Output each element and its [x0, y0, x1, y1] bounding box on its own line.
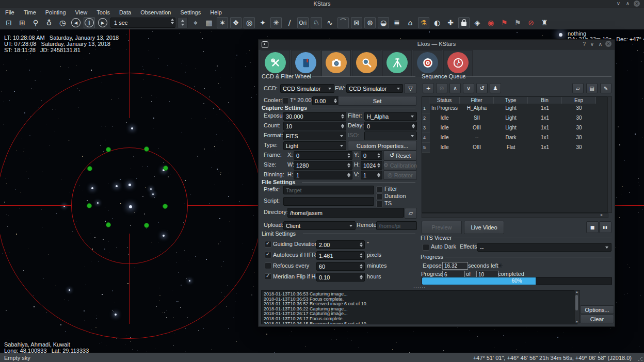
effects-select[interactable]: -- — [477, 243, 611, 252]
tab-mount[interactable] — [382, 50, 412, 77]
cell-filter[interactable]: H_Alpha — [460, 105, 494, 111]
menu-help[interactable]: Help — [210, 9, 222, 15]
frame-x-input[interactable]: 0 — [294, 151, 352, 160]
sequence-vscrollbar[interactable] — [607, 96, 612, 213]
toggle-constellation-art-icon[interactable]: ♘ — [311, 17, 322, 28]
main-titlebar[interactable]: KStars ∨ ∧ ✕ — [0, 0, 644, 8]
limit-checkbox-2[interactable] — [265, 262, 271, 269]
fw-select[interactable]: CCD Simulator — [346, 84, 403, 93]
live-video-button[interactable]: Live Video — [464, 221, 504, 234]
sky-highlights-icon[interactable]: ⚗ — [418, 17, 429, 28]
flags-list-icon[interactable]: ⚑ — [512, 17, 523, 28]
open-sequence-button[interactable]: ▱ — [572, 83, 584, 93]
ccd-select[interactable]: CCD Simulator — [280, 84, 334, 93]
find-object-icon[interactable]: ⚲ — [30, 17, 41, 28]
cell-exp[interactable]: 30 — [562, 125, 596, 130]
cell-status[interactable]: Idle — [429, 125, 460, 130]
dso-marker[interactable] — [106, 147, 111, 152]
ekos-log[interactable]: 2018-01-13T10:36:53 Capturing image...20… — [261, 290, 577, 324]
cell-bin[interactable]: 1x1 — [528, 144, 562, 150]
dso-marker[interactable] — [144, 223, 149, 228]
limit-value-3[interactable]: 0.10 — [316, 273, 365, 282]
resize-grip[interactable] — [638, 356, 643, 361]
cell-filter[interactable]: OIII — [460, 125, 494, 130]
time-step-stepper[interactable] — [178, 17, 188, 28]
pause-simulation-icon[interactable]: ‖ — [84, 17, 95, 28]
dso-marker[interactable] — [87, 166, 92, 171]
toggle-constellation-names-icon[interactable]: Ori — [297, 17, 309, 28]
bin-v-input[interactable]: 1 — [361, 171, 382, 179]
upload-select[interactable]: Client — [283, 221, 356, 230]
limit-value-0[interactable]: 2.00 — [316, 240, 365, 249]
move-job-down-button[interactable]: ∨ — [463, 83, 474, 93]
cell-status[interactable]: Idle — [429, 135, 460, 140]
cell-type[interactable]: Dark — [494, 135, 528, 140]
supernova-alerts-icon[interactable]: ⊘ — [525, 17, 537, 28]
toggle-horizontal-grid-icon[interactable]: ⊕ — [364, 17, 376, 28]
cell-filter[interactable]: -- — [460, 135, 494, 140]
size-h-input[interactable]: 1024 — [361, 161, 382, 170]
time-step-input[interactable]: 1 sec — [110, 18, 175, 28]
set-temperature-button[interactable]: Set — [338, 96, 416, 106]
menu-observation[interactable]: Observation — [140, 9, 171, 15]
dso-marker[interactable] — [87, 203, 92, 208]
focus-object-icon[interactable]: ⌖ — [190, 17, 201, 28]
menu-file[interactable]: File — [5, 9, 14, 15]
auto-dark-checkbox[interactable] — [423, 244, 429, 251]
filter-select[interactable]: H_Alpha — [364, 112, 417, 121]
moon-phase-icon[interactable]: ◐ — [431, 17, 443, 28]
setup-wizard-icon[interactable]: ◈ — [472, 17, 483, 28]
cell-exp[interactable]: 30 — [562, 144, 596, 150]
limit-checkbox-1[interactable] — [265, 252, 271, 258]
cell-type[interactable]: Light — [494, 125, 528, 130]
prefix-filter-checkbox[interactable] — [376, 186, 383, 193]
frame-y-input[interactable]: 0 — [361, 151, 382, 160]
pause-capture-button[interactable]: ▮▮ — [599, 221, 611, 233]
menu-view[interactable]: View — [75, 9, 88, 15]
cell-type[interactable]: Light — [494, 115, 528, 121]
toggle-supernovae-icon[interactable]: ✦ — [257, 17, 268, 28]
limit-checkbox-3[interactable] — [265, 273, 271, 280]
splitter-handle[interactable]: ······ — [413, 285, 426, 290]
cooler-checkbox[interactable] — [282, 97, 289, 104]
cell-bin[interactable]: 1x1 — [528, 105, 562, 111]
reset-frame-button[interactable]: ↺Reset — [383, 151, 417, 160]
ekos-close-icon[interactable]: ✕ — [605, 41, 611, 47]
column-header-exp[interactable]: Exp — [562, 97, 596, 104]
telescope-crosshair-icon[interactable]: ✚ — [445, 17, 456, 28]
toggle-constellation-boundaries-icon[interactable]: ∕ — [284, 17, 295, 28]
export-sky-image-icon[interactable]: ▦ — [203, 17, 215, 28]
cell-exp[interactable]: 30 — [562, 135, 596, 140]
cell-bin[interactable]: 1x1 — [528, 125, 562, 130]
menu-time[interactable]: Time — [24, 9, 36, 15]
toggle-ground-icon[interactable]: ◒ — [378, 17, 389, 28]
record-icon[interactable]: ◉ — [485, 17, 496, 28]
cell-type[interactable]: Flat — [494, 144, 528, 150]
clear-log-button[interactable]: Clear — [580, 315, 614, 323]
ekos-minimize-icon[interactable]: ∨ — [590, 41, 594, 47]
cell-bin[interactable]: 1x1 — [528, 135, 562, 140]
maximize-icon[interactable]: ∧ — [626, 1, 630, 6]
dso-marker[interactable] — [144, 146, 149, 152]
column-header-filter[interactable]: Filter — [460, 97, 494, 104]
whats-interesting-icon[interactable]: ≣ — [391, 17, 403, 28]
custom-properties-button[interactable]: Custom Properties... — [348, 141, 417, 151]
dso-marker[interactable] — [106, 222, 111, 227]
time-step-arrows[interactable] — [171, 19, 174, 24]
move-job-up-button[interactable]: ∧ — [449, 83, 461, 93]
limit-value-2[interactable]: 60 — [316, 262, 365, 271]
prefix-ts-checkbox[interactable] — [376, 201, 383, 207]
toggle-solar-system-icon[interactable]: ◎ — [244, 17, 255, 28]
menu-settings[interactable]: Settings — [180, 9, 201, 15]
add-flag-icon[interactable]: ⚑ — [498, 17, 510, 28]
dso-marker[interactable] — [163, 204, 168, 209]
menu-tools[interactable]: Tools — [96, 9, 110, 15]
cell-status[interactable]: Idle — [429, 144, 460, 150]
close-icon[interactable]: ✕ — [634, 1, 640, 7]
delay-input[interactable]: 0 — [364, 122, 417, 130]
column-header-bin[interactable]: Bin — [528, 97, 562, 104]
log-scrollbar[interactable]: ▲ ▼ — [574, 290, 580, 323]
cell-filter[interactable]: SII — [460, 115, 494, 121]
time-step-forward-icon[interactable]: ▶ — [97, 17, 108, 28]
bin-h-input[interactable]: 1 — [294, 171, 352, 179]
